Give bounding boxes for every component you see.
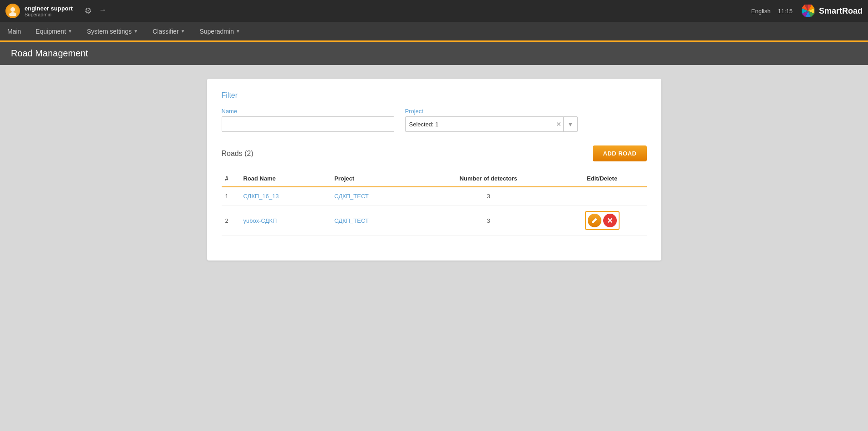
system-settings-chevron: ▼ [134, 29, 138, 34]
settings-icon[interactable]: ⚙ [84, 6, 92, 16]
edit-button[interactable] [588, 214, 601, 227]
action-buttons-wrapper: ✕ [585, 211, 620, 230]
col-project: Project [331, 170, 419, 187]
row1-project: СДКП_ТЕСТ [331, 187, 419, 205]
table-row: 2 yubox-СДКП СДКП_ТЕСТ 3 [222, 205, 647, 236]
nav-superadmin[interactable]: Superadmin ▼ [192, 22, 247, 40]
col-number: # [222, 170, 240, 187]
nav-system-settings[interactable]: System settings ▼ [79, 22, 145, 40]
edit-icon [591, 217, 598, 224]
nav-equipment[interactable]: Equipment ▼ [28, 22, 79, 40]
topbar-left: engineer support Superadmin ⚙ → [5, 4, 106, 18]
topbar-icons: ⚙ → [84, 6, 106, 16]
time-display: 11:15 [778, 8, 793, 15]
language-button[interactable]: English [751, 8, 771, 15]
col-road-name: Road Name [240, 170, 331, 187]
roads-table: # Road Name Project Number of detectors … [222, 170, 647, 236]
filter-title: Filter [222, 91, 647, 100]
filter-project-label: Project [405, 108, 578, 115]
row2-road-name[interactable]: yubox-СДКП [240, 205, 331, 236]
nav-main[interactable]: Main [0, 22, 28, 40]
project-clear-icon[interactable]: ✕ [554, 120, 563, 128]
col-detectors: Number of detectors [419, 170, 558, 187]
roads-header: Roads (2) ADD ROAD [222, 145, 647, 161]
main-card: Filter Name Project Selected: 1 ✕ ▼ Road… [207, 79, 661, 261]
row2-number: 2 [222, 205, 240, 236]
table-row: 1 СДКП_16_13 СДКП_ТЕСТ 3 [222, 187, 647, 205]
row1-detectors: 3 [419, 187, 558, 205]
user-avatar [5, 4, 20, 18]
superadmin-chevron: ▼ [236, 29, 240, 34]
user-info: engineer support Superadmin [25, 5, 73, 17]
page-header: Road Management [0, 42, 868, 65]
row1-road-name[interactable]: СДКП_16_13 [240, 187, 331, 205]
svg-point-0 [10, 7, 15, 12]
main-content: Filter Name Project Selected: 1 ✕ ▼ Road… [0, 65, 868, 274]
add-road-button[interactable]: ADD ROAD [593, 145, 646, 161]
row2-project: СДКП_ТЕСТ [331, 205, 419, 236]
row1-actions [558, 187, 647, 205]
logout-icon[interactable]: → [99, 6, 106, 16]
row2-actions[interactable]: ✕ [558, 205, 647, 236]
project-dropdown-icon[interactable]: ▼ [563, 117, 577, 131]
filter-row: Name Project Selected: 1 ✕ ▼ [222, 108, 647, 132]
navbar: Main Equipment ▼ System settings ▼ Class… [0, 22, 868, 42]
roads-title: Roads (2) [222, 150, 253, 158]
classifier-chevron: ▼ [181, 29, 185, 34]
topbar: engineer support Superadmin ⚙ → English … [0, 0, 868, 22]
delete-button[interactable]: ✕ [603, 214, 617, 227]
topbar-right: English 11:15 SmartRoad [751, 3, 863, 19]
svg-point-1 [9, 12, 16, 16]
table-header-row: # Road Name Project Number of detectors … [222, 170, 647, 187]
close-icon: ✕ [607, 216, 613, 225]
filter-name-input[interactable] [222, 116, 394, 132]
col-edit-delete: Edit/Delete [558, 170, 647, 187]
filter-name-label: Name [222, 108, 394, 115]
filter-project-field: Project Selected: 1 ✕ ▼ [405, 108, 578, 132]
brand: SmartRoad [800, 3, 863, 19]
equipment-chevron: ▼ [68, 29, 72, 34]
project-select-value: Selected: 1 [406, 121, 554, 128]
brand-logo [800, 3, 816, 19]
page-title: Road Management [11, 48, 857, 59]
brand-name: SmartRoad [819, 6, 863, 16]
user-name: engineer support [25, 5, 73, 12]
nav-classifier[interactable]: Classifier ▼ [145, 22, 192, 40]
row2-detectors: 3 [419, 205, 558, 236]
row1-number: 1 [222, 187, 240, 205]
project-select[interactable]: Selected: 1 ✕ ▼ [405, 116, 578, 132]
filter-name-field: Name [222, 108, 394, 132]
user-role: Superadmin [25, 12, 73, 17]
